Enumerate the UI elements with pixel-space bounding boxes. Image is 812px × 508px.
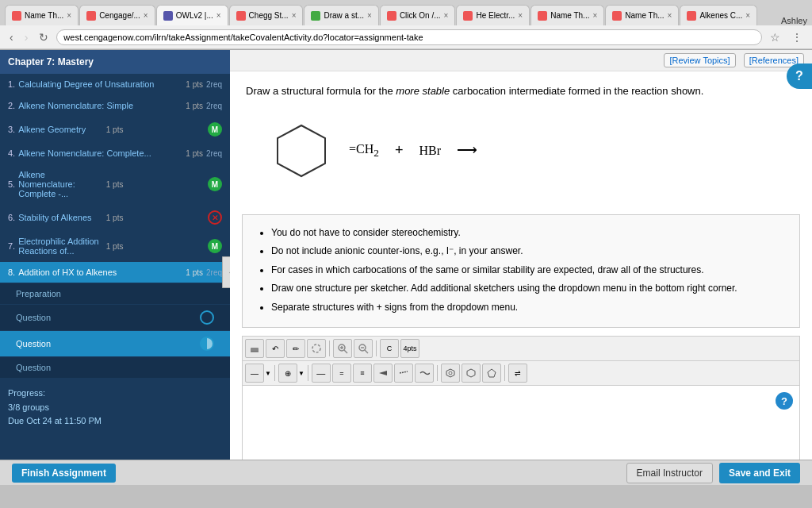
sidebar-item-1[interactable]: 1. Calculating Degree of Unsaturation 1 …	[0, 74, 230, 95]
tab-5[interactable]: Draw a st... ×	[304, 5, 378, 25]
sidebar-item-req-4: 2req	[206, 149, 222, 158]
user-name: Ashley	[781, 16, 807, 25]
double-bond-tool[interactable]: =	[332, 364, 351, 383]
tab-8[interactable]: Name Th... ×	[530, 5, 604, 25]
single-bond-tool[interactable]: —	[312, 364, 331, 383]
save-exit-button[interactable]: Save and Exit	[719, 463, 800, 483]
bond-arrow: ▼	[265, 370, 271, 377]
sidebar-item-7[interactable]: 7. Electrophilic Addition Reactions of..…	[0, 231, 230, 262]
benzene-ring-tool[interactable]	[441, 364, 460, 383]
tab-2[interactable]: Cengage/... ×	[79, 5, 155, 25]
paste-tool[interactable]: 4pts	[400, 339, 419, 358]
bond-select[interactable]: —	[245, 364, 264, 383]
settings-button[interactable]: ⋮	[788, 29, 806, 45]
svg-line-12	[400, 371, 408, 373]
email-instructor-button[interactable]: Email Instructor	[626, 463, 713, 483]
sidebar-item-num-6: 6.	[8, 213, 15, 222]
sidebar-item-pts-2: 1 pts	[186, 102, 203, 110]
tab-favicon-3	[163, 11, 173, 21]
sidebar-item-num-2: 2.	[8, 101, 15, 110]
tab-close-9[interactable]: ×	[668, 11, 672, 20]
reload-button[interactable]: ↻	[36, 29, 52, 45]
dash-bond-tool[interactable]	[394, 364, 413, 383]
wedge-bond-tool[interactable]	[373, 364, 393, 383]
sub-item-question-3[interactable]: Question	[0, 357, 230, 379]
url-input[interactable]	[56, 29, 762, 45]
sidebar-header: Chapter 7: Mastery	[0, 50, 230, 74]
tab-1[interactable]: Name Th... ×	[5, 5, 79, 25]
tab-favicon-7	[463, 11, 473, 21]
sub-item-question-2[interactable]: Question	[0, 331, 230, 357]
finish-assignment-button[interactable]: Finish Assignment	[12, 464, 116, 483]
sub-item-preparation[interactable]: Preparation	[0, 283, 230, 305]
tab-3[interactable]: OWLv2 |... ×	[156, 5, 228, 25]
eraser-tool[interactable]	[245, 339, 264, 358]
bond-dropdown[interactable]: — ▼	[245, 364, 271, 383]
tab-close-8[interactable]: ×	[592, 11, 597, 20]
cyclopentane-ring-tool[interactable]	[482, 364, 501, 383]
triple-bond-tool[interactable]: ≡	[353, 364, 372, 383]
tab-10[interactable]: Alkenes C... ×	[680, 5, 757, 25]
tab-close-5[interactable]: ×	[367, 11, 372, 20]
zoom-in-tool[interactable]	[333, 339, 352, 358]
cyclohexane-ring-tool[interactable]	[462, 364, 481, 383]
tab-4[interactable]: Chegg St... ×	[229, 5, 304, 25]
svg-point-14	[449, 371, 452, 375]
tab-close-1[interactable]: ×	[67, 11, 71, 20]
copy-tool[interactable]: C	[380, 339, 399, 358]
tab-close-6[interactable]: ×	[444, 11, 449, 20]
tab-close-2[interactable]: ×	[144, 11, 148, 20]
sub-item-question-1[interactable]: Question	[0, 305, 230, 331]
wavy-bond-tool[interactable]	[415, 364, 434, 383]
tab-close-4[interactable]: ×	[292, 11, 297, 20]
sub-item-icon-2	[200, 337, 214, 351]
sketcher-canvas[interactable]: ?	[243, 386, 799, 460]
tab-label-8: Name Th...	[550, 11, 589, 20]
help-badge[interactable]: ?	[776, 392, 793, 410]
tab-favicon-2	[86, 11, 96, 21]
instruction-3: For cases in which carbocations of the s…	[271, 262, 787, 279]
sidebar-item-badge-3: M	[208, 122, 222, 137]
sidebar-item-6[interactable]: 6. Stability of Alkenes 1 pts ✕	[0, 205, 230, 231]
review-topics-link[interactable]: [Review Topics]	[664, 53, 735, 67]
back-button[interactable]: ‹	[6, 29, 17, 45]
tab-label-7: He Electr...	[476, 11, 515, 20]
tool-sep-4	[308, 365, 308, 381]
bookmark-button[interactable]: ☆	[767, 29, 783, 45]
undo-tool[interactable]: ↶	[266, 339, 285, 358]
progress-value: 3/8 groups	[8, 401, 222, 415]
instruction-4: Draw one structure per sketcher. Add add…	[271, 280, 787, 298]
reaction-diagram: =CH2 + HBr ⟶	[246, 111, 796, 190]
sidebar-item-label-3: Alkene Geometry	[18, 125, 103, 134]
sidebar-item-2[interactable]: 2. Alkene Nomenclature: Simple 1 pts 2re…	[0, 95, 230, 117]
sidebar-item-num-8: 8.	[8, 267, 15, 277]
tab-9[interactable]: Name Th... ×	[605, 5, 679, 25]
instructions-box: You do not have to consider stereochemis…	[242, 214, 800, 329]
tool-sep-2	[376, 341, 377, 356]
lasso-tool[interactable]	[307, 339, 326, 358]
tool-sep-5	[437, 365, 438, 381]
content-top-bar: [Review Topics] [References]	[230, 50, 812, 71]
sidebar-item-pts-6: 1 pts	[106, 214, 124, 222]
content-area: [Review Topics] [References] Draw a stru…	[230, 50, 812, 460]
tab-close-10[interactable]: ×	[745, 11, 750, 20]
atom-select[interactable]: ⊕	[278, 364, 297, 383]
zoom-out-tool[interactable]	[354, 339, 373, 358]
sidebar-item-label-5: Alkene Nomenclature: Complete -...	[18, 170, 103, 198]
sketcher-toolbar-2: — ▼ ⊕ ▼ — = ≡	[243, 361, 799, 386]
help-circle[interactable]: ?	[787, 64, 812, 89]
stereo-tool[interactable]: ⇌	[508, 364, 527, 383]
tab-6[interactable]: Click On /... ×	[380, 5, 456, 25]
forward-button[interactable]: ›	[21, 29, 32, 45]
tab-close-7[interactable]: ×	[518, 11, 523, 20]
tab-close-3[interactable]: ×	[216, 11, 221, 20]
pencil-tool[interactable]: ✏	[286, 339, 305, 358]
sidebar-item-4[interactable]: 4. Alkene Nomenclature: Complete... 1 pt…	[0, 143, 230, 164]
sidebar-item-8[interactable]: 8. Addition of HX to Alkenes 1 pts 2req …	[0, 262, 230, 283]
due-label: Due Oct 24 at 11:50 PM	[8, 414, 222, 429]
sidebar-item-5[interactable]: 5. Alkene Nomenclature: Complete -... 1 …	[0, 164, 230, 205]
atom-dropdown[interactable]: ⊕ ▼	[278, 364, 304, 383]
sidebar-item-3[interactable]: 3. Alkene Geometry 1 pts M	[0, 117, 230, 143]
sidebar-collapse-button[interactable]: ‹	[222, 256, 230, 288]
tab-7[interactable]: He Electr... ×	[456, 5, 530, 25]
